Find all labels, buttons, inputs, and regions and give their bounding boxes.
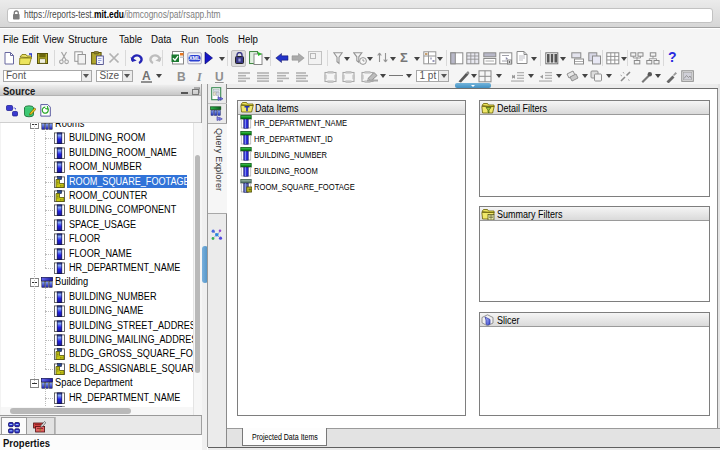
svg-text:XML: XML [188,55,200,61]
